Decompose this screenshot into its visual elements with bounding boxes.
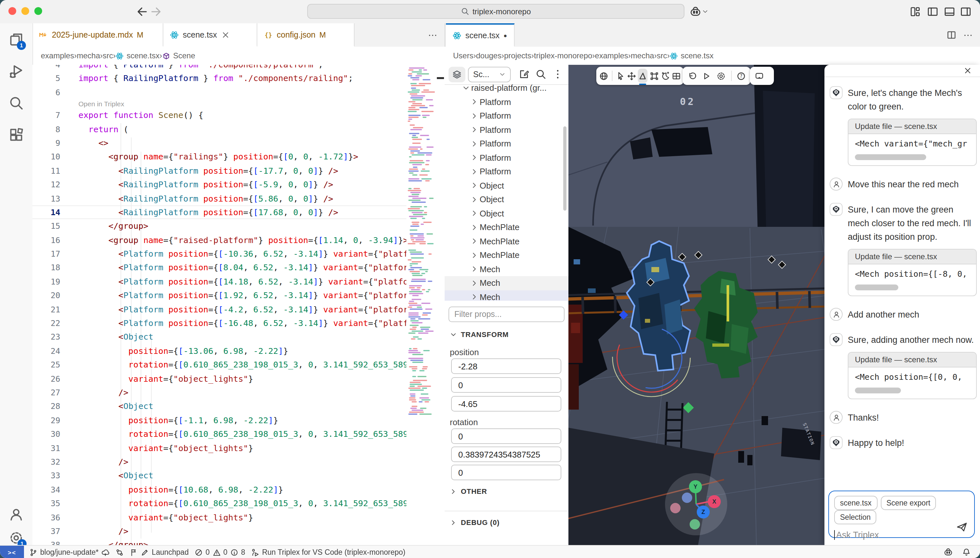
code-line[interactable]: 16 <group name={"raised-platform"} posit… <box>33 233 445 247</box>
undo-icon[interactable] <box>685 69 698 83</box>
context-chip-scene-export[interactable]: Scene export <box>880 496 936 510</box>
chevron-right-icon[interactable] <box>471 279 478 287</box>
code-line[interactable]: 22 <Platform position={[-16.48, 6.52, -3… <box>33 316 445 330</box>
camera-grid-icon[interactable] <box>671 69 681 83</box>
copilot-status-icon[interactable] <box>944 548 953 557</box>
maximize-window-button[interactable] <box>34 7 42 15</box>
sidebar-item-search[interactable] <box>8 95 24 111</box>
scene-tree-item-object[interactable]: Object <box>445 179 568 192</box>
code-line[interactable]: 28 <Object <box>33 400 445 414</box>
code-line[interactable]: 8 return ( <box>33 122 445 136</box>
environment-tool-icon[interactable] <box>660 69 670 83</box>
more-actions-icon[interactable] <box>963 30 973 40</box>
overview-ruler[interactable] <box>436 65 445 545</box>
select-tool-icon[interactable] <box>616 69 625 83</box>
breadcrumb-item[interactable]: examples <box>41 51 74 60</box>
transform-section-header[interactable]: TRANSFORM <box>450 330 509 338</box>
dirty-indicator[interactable]: ● <box>504 32 507 39</box>
rotation-z-input[interactable] <box>451 464 561 480</box>
breadcrumb-item[interactable]: Users <box>453 51 473 60</box>
breadcrumb-item[interactable]: mecha <box>77 51 100 60</box>
code-line[interactable]: 9 <> <box>33 136 445 150</box>
code-line[interactable]: 31 variant={"object_lights"} <box>33 441 445 455</box>
code-editor[interactable]: 4import { Platform } from "./components/… <box>33 65 445 545</box>
kebab-menu-icon[interactable] <box>552 69 563 80</box>
code-line[interactable]: 25 rotation={[0.610_865_238_198_015_3, 0… <box>33 358 445 372</box>
chevron-right-icon[interactable] <box>471 293 478 301</box>
scene-tree-item-mech[interactable]: Mech <box>445 276 568 290</box>
code-line[interactable]: 14 <RailingPlatform position={[17.68, 0,… <box>33 205 445 219</box>
code-line[interactable]: 24 position={[-13.06, 6.98, -2.22]} <box>33 344 445 358</box>
breadcrumb-item[interactable]: Scene <box>162 51 195 60</box>
code-line[interactable]: 19 <Platform position={[14.18, 6.52, -3.… <box>33 275 445 289</box>
breadcrumb-item[interactable]: src <box>657 51 667 60</box>
minimap[interactable] <box>406 65 436 545</box>
scale-tool-icon[interactable] <box>649 69 659 83</box>
chevron-right-icon[interactable] <box>471 168 478 176</box>
code-line[interactable]: 38 </group> <box>33 538 445 545</box>
chevron-right-icon[interactable] <box>471 251 478 259</box>
code-line[interactable]: 36 variant={"object_lights"} <box>33 510 445 524</box>
chevron-right-icon[interactable] <box>471 140 478 148</box>
code-line[interactable]: 34 position={[10.68, 6.98, -2.22]} <box>33 483 445 496</box>
scene-tree-item-platform[interactable]: Platform <box>445 109 568 123</box>
editor-tab[interactable]: scene.tsx● <box>446 23 515 47</box>
search-scene-icon[interactable] <box>535 69 547 80</box>
breadcrumb-item[interactable]: scene.tsx <box>670 51 713 60</box>
chevron-down-icon[interactable] <box>702 8 708 15</box>
scene-tree-item-platform[interactable]: Platform <box>445 123 568 137</box>
code-line[interactable]: 13 <RailingPlatform position={[5.86, 0, … <box>33 192 445 205</box>
code-line[interactable]: 35 rotation={[0.610_865_238_198_015_3, 0… <box>33 496 445 510</box>
breadcrumb-item[interactable]: projects <box>504 51 531 60</box>
history-forward-button[interactable] <box>149 5 162 18</box>
breadcrumb-item[interactable]: examples <box>595 51 629 60</box>
frame-select-icon[interactable] <box>752 69 766 83</box>
scene-tree-item-object[interactable]: Object <box>445 192 568 207</box>
chevron-right-icon[interactable] <box>471 154 478 162</box>
scene-tree-item-platform[interactable]: Platform <box>445 151 568 165</box>
play-icon[interactable] <box>700 69 713 83</box>
history-back-button[interactable] <box>136 5 149 18</box>
chevron-right-icon[interactable] <box>471 182 478 190</box>
chevron-right-icon[interactable] <box>471 196 478 204</box>
command-center-search[interactable]: triplex-monorepo <box>307 4 685 19</box>
translate-tool-icon[interactable] <box>627 69 637 83</box>
code-line[interactable]: 6 <box>33 85 445 100</box>
debug-section-header[interactable]: DEBUG (0) <box>450 519 500 526</box>
axis-neg-z-handle[interactable] <box>682 492 692 503</box>
launchpad-item[interactable]: Launchpad <box>130 548 189 556</box>
copilot-icon[interactable] <box>689 6 701 18</box>
breadcrumb-item[interactable]: douges <box>476 51 502 60</box>
code-line[interactable]: 21 <Platform position={[-4.2, 6.52, -3.1… <box>33 302 445 316</box>
axis-y-handle[interactable]: Y <box>689 480 702 493</box>
rotation-x-input[interactable] <box>451 428 561 444</box>
send-icon[interactable] <box>956 521 968 533</box>
axis-z-handle[interactable]: Z <box>697 505 710 519</box>
scene-tree-item-platform[interactable]: Platform <box>445 165 568 179</box>
git-branch-item[interactable]: blog/june-update* <box>29 548 110 556</box>
tree-scrollbar[interactable] <box>563 126 566 211</box>
update-file-card[interactable]: Update file — scene.tsx<Mech variant={"m… <box>848 118 977 166</box>
rotate-tool-icon[interactable] <box>638 69 648 83</box>
close-icon[interactable] <box>963 66 972 75</box>
close-icon[interactable] <box>221 30 230 39</box>
source-control-graph-item[interactable] <box>115 548 124 556</box>
code-line[interactable]: 7export function Scene() { <box>33 108 445 122</box>
sidebar-item-run-debug[interactable] <box>8 64 24 79</box>
toggle-primary-sidebar-icon[interactable] <box>927 6 939 18</box>
filter-props-input[interactable] <box>448 307 565 322</box>
context-chip-scene-tsx[interactable]: scene.tsx <box>834 496 877 510</box>
code-line[interactable]: 26 variant={"object_lights"} <box>33 372 445 386</box>
axis-neg-y-handle[interactable] <box>689 519 700 530</box>
editor-tab[interactable]: {}config.jsonM <box>257 23 355 47</box>
code-line[interactable]: 5import { RailingPlatform } from "./comp… <box>33 72 445 85</box>
code-line[interactable]: 37 /> <box>33 524 445 538</box>
scene-tree-item-platform[interactable]: Platform <box>445 95 568 109</box>
bell-icon[interactable] <box>962 548 971 557</box>
breadcrumb-item[interactable]: scene.tsx <box>116 51 159 60</box>
code-line[interactable]: 33 <Object <box>33 469 445 483</box>
split-editor-icon[interactable] <box>946 30 957 40</box>
chevron-right-icon[interactable] <box>471 265 478 273</box>
position-x-input[interactable] <box>451 358 561 374</box>
code-line[interactable]: 12 <RailingPlatform position={[-5.9, 0, … <box>33 177 445 192</box>
